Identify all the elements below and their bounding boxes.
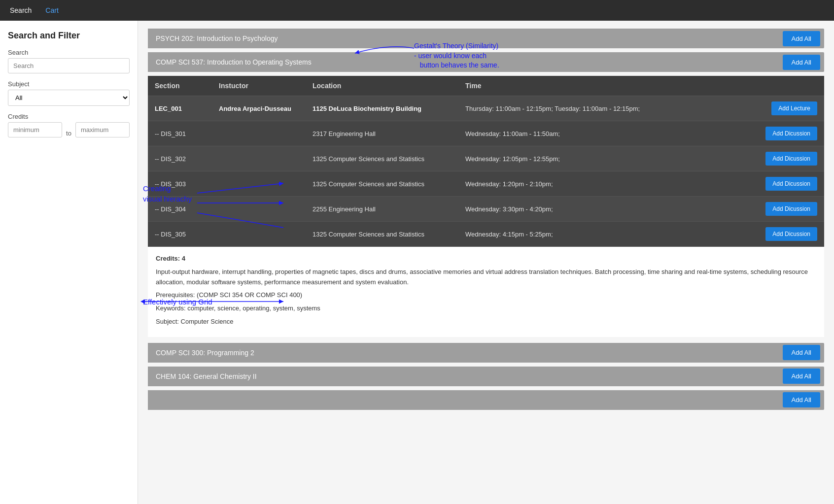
section-cell: -- DIS_303 (148, 171, 212, 197)
action-cell: Add Dicussion (759, 146, 824, 171)
layout: Search and Filter Search Subject All Cre… (0, 21, 834, 504)
table-header-row: Section Instuctor Location Time (148, 76, 824, 96)
section-cell: -- DIS_302 (148, 146, 212, 171)
section-cell: LEC_001 (148, 96, 212, 121)
credits-text: Credits: 4 (156, 254, 816, 264)
action-cell: Add Dicussion (759, 121, 824, 146)
col-section: Section (148, 76, 212, 96)
course-compsci537-table: Section Instuctor Location Time LEC_001 … (148, 76, 824, 247)
nav-search[interactable]: Search (8, 1, 34, 19)
credits-label: Credits (8, 113, 130, 120)
course-compsci537-info: Credits: 4 Input-output hardware, interr… (148, 247, 824, 337)
action-button[interactable]: Add Dicussion (765, 227, 817, 241)
keywords-text: Keywords: computer, science, operating, … (156, 303, 816, 314)
course-chem104-add-all[interactable]: Add All (783, 369, 820, 384)
time-cell: Wednesday: 11:00am - 11:50am; (458, 121, 759, 146)
credits-min-input[interactable] (8, 122, 62, 137)
action-cell: Add Dicussion (759, 171, 824, 197)
main-content: Gestalt's Theory (Similarity) - user wou… (138, 21, 834, 504)
course-more-title[interactable] (148, 390, 783, 410)
subject-label: Subject (8, 80, 130, 88)
table-row: -- DIS_304 2255 Engineering Hall Wednesd… (148, 197, 824, 222)
location-cell: 1325 Computer Sciences and Statistics (306, 146, 458, 171)
action-button[interactable]: Add Dicussion (765, 177, 817, 191)
instructor-cell (212, 146, 306, 171)
course-chem104-header: CHEM 104: General Chemistry II Add All (148, 367, 824, 386)
action-cell: Add Dicussion (759, 197, 824, 222)
table-row: -- DIS_303 1325 Computer Sciences and St… (148, 171, 824, 197)
course-compsci300-header: COMP SCI 300: Programming 2 Add All (148, 343, 824, 363)
credits-max-input[interactable] (75, 122, 130, 137)
col-location: Location (306, 76, 458, 96)
credits-range: to (8, 122, 130, 144)
top-nav: Search Cart (0, 0, 834, 21)
course-more-add-all[interactable]: Add All (783, 392, 820, 407)
course-compsci300-add-all[interactable]: Add All (783, 345, 820, 360)
instructor-cell (212, 197, 306, 222)
section-cell: -- DIS_301 (148, 121, 212, 146)
section-cell: -- DIS_305 (148, 222, 212, 247)
course-compsci537-title[interactable]: COMP SCI 537: Introduction to Operating … (148, 52, 783, 72)
course-compsci537-add-all[interactable]: Add All (783, 55, 820, 70)
location-cell: 1325 Computer Sciences and Statistics (306, 171, 458, 197)
course-compsci300-title[interactable]: COMP SCI 300: Programming 2 (148, 343, 783, 363)
col-instructor: Instuctor (212, 76, 306, 96)
subject-text: Subject: Computer Science (156, 317, 816, 327)
table-row: -- DIS_305 1325 Computer Sciences and St… (148, 222, 824, 247)
instructor-cell: Andrea Arpaci-Dusseau (212, 96, 306, 121)
time-cell: Wednesday: 4:15pm - 5:25pm; (458, 222, 759, 247)
location-cell: 2317 Engineering Hall (306, 121, 458, 146)
action-cell: Add Lecture (759, 96, 824, 121)
credits-to-label: to (66, 130, 71, 137)
instructor-cell (212, 171, 306, 197)
location-cell: 1125 DeLuca Biochemistry Building (306, 96, 458, 121)
time-cell: Thursday: 11:00am - 12:15pm; Tuesday: 11… (458, 96, 759, 121)
col-time: Time (458, 76, 759, 96)
table-row: -- DIS_301 2317 Engineering Hall Wednesd… (148, 121, 824, 146)
sidebar-title: Search and Filter (8, 31, 130, 41)
search-input[interactable] (8, 58, 130, 73)
time-cell: Wednesday: 1:20pm - 2:10pm; (458, 171, 759, 197)
section-cell: -- DIS_304 (148, 197, 212, 222)
time-cell: Wednesday: 3:30pm - 4:20pm; (458, 197, 759, 222)
nav-cart[interactable]: Cart (43, 1, 60, 19)
search-label: Search (8, 49, 130, 56)
instructor-cell (212, 222, 306, 247)
action-button[interactable]: Add Dicussion (765, 152, 817, 166)
course-psych202-title[interactable]: PSYCH 202: Introduction to Psychology (148, 29, 783, 48)
course-chem104-title[interactable]: CHEM 104: General Chemistry II (148, 367, 783, 386)
description-text: Input-output hardware, interrupt handlin… (156, 267, 816, 288)
sidebar: Search and Filter Search Subject All Cre… (0, 21, 138, 504)
table-row: -- DIS_302 1325 Computer Sciences and St… (148, 146, 824, 171)
action-button[interactable]: Add Lecture (771, 101, 817, 115)
time-cell: Wednesday: 12:05pm - 12:55pm; (458, 146, 759, 171)
col-action (759, 76, 824, 96)
instructor-cell (212, 121, 306, 146)
action-cell: Add Dicussion (759, 222, 824, 247)
course-compsci537-header: COMP SCI 537: Introduction to Operating … (148, 52, 824, 72)
prerequisites-text: Prerequisites: (COMP SCI 354 OR COMP SCI… (156, 290, 816, 301)
location-cell: 1325 Computer Sciences and Statistics (306, 222, 458, 247)
table-row: LEC_001 Andrea Arpaci-Dusseau 1125 DeLuc… (148, 96, 824, 121)
action-button[interactable]: Add Dicussion (765, 127, 817, 140)
course-more-header: Add All (148, 390, 824, 410)
course-compsci537-container: COMP SCI 537: Introduction to Operating … (148, 52, 824, 337)
course-psych202-header: PSYCH 202: Introduction to Psychology Ad… (148, 29, 824, 48)
action-button[interactable]: Add Dicussion (765, 202, 817, 216)
location-cell: 2255 Engineering Hall (306, 197, 458, 222)
course-psych202-add-all[interactable]: Add All (783, 31, 820, 46)
subject-select[interactable]: All (8, 90, 130, 106)
